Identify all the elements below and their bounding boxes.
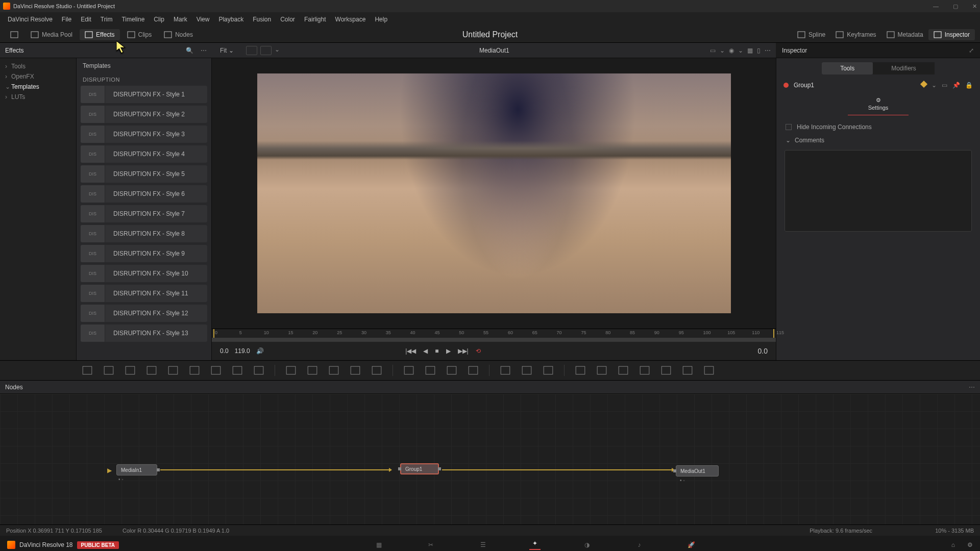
viewer-snapshot-icon[interactable]: ◉ [729, 47, 734, 54]
effect-item[interactable]: DISDISRUPTION FX - Style 5 [81, 165, 207, 183]
comments-textarea[interactable] [785, 150, 972, 232]
tree-tools[interactable]: Tools [2, 61, 74, 71]
hide-incoming-checkbox[interactable] [786, 124, 792, 130]
templates-tab[interactable]: Templates [77, 58, 211, 73]
effect-item[interactable]: DISDISRUPTION FX - Style 3 [81, 126, 207, 143]
nodes-button[interactable]: Nodes [159, 29, 198, 40]
menu-mark[interactable]: Mark [169, 16, 192, 23]
hide-incoming-row[interactable]: Hide Incoming Connections [776, 120, 980, 134]
mediain-view-icon[interactable]: • ◦ [118, 477, 124, 482]
viewer-grid-icon[interactable]: ▦ [747, 47, 753, 54]
search-icon[interactable]: 🔍 [186, 47, 193, 54]
home-button[interactable]: ⌂ [951, 541, 955, 548]
effects-menu-icon[interactable]: ⋯ [201, 47, 207, 54]
viewer-options-icon[interactable]: ⋯ [765, 47, 771, 54]
fusion-page-button[interactable]: ✦ [529, 540, 541, 550]
renderer3d-icon[interactable] [703, 365, 715, 375]
keyframe-icon[interactable] [920, 81, 927, 88]
scrub-bar[interactable] [212, 338, 776, 342]
light3d-icon[interactable] [682, 365, 693, 375]
mediain-node[interactable]: MediaIn1 [116, 464, 157, 475]
clips-button[interactable]: Clips [122, 29, 157, 40]
effect-item[interactable]: DISDISRUPTION FX - Style 6 [81, 185, 207, 203]
effect-item[interactable]: DISDISRUPTION FX - Style 13 [81, 324, 207, 342]
rectangle-icon[interactable] [403, 365, 414, 375]
versions-icon[interactable]: ▭ [942, 82, 947, 89]
view-mode-1[interactable] [246, 46, 257, 55]
inspector-button[interactable]: Inspector [928, 29, 975, 40]
modifiers-tab[interactable]: Modifiers [873, 62, 935, 74]
pin-icon[interactable]: 📌 [952, 82, 960, 89]
text-icon[interactable] [125, 365, 136, 375]
group-node[interactable]: Group1 [400, 463, 439, 474]
mask-icon[interactable] [167, 365, 179, 375]
menu-color[interactable]: Color [276, 16, 300, 23]
node-dropdown-icon[interactable]: ⌄ [932, 82, 937, 89]
project-settings-button[interactable]: ⚙ [967, 541, 973, 548]
keyframes-button[interactable]: Keyframes [830, 29, 881, 40]
tree-templates[interactable]: Templates [2, 82, 74, 92]
nodes-canvas[interactable]: ▶ MediaIn1 • ◦ Group1 MediaOut1 • ◦ [0, 394, 980, 524]
effect-item[interactable]: DISDISRUPTION FX - Style 7 [81, 205, 207, 222]
mediaout-view-icon[interactable]: • ◦ [680, 478, 685, 483]
dissolve-icon[interactable] [103, 365, 114, 375]
viewer-channel-dropdown[interactable]: ⌄ [738, 47, 743, 54]
image3d-icon[interactable] [596, 365, 607, 375]
menu-view[interactable]: View [192, 16, 214, 23]
effects-button[interactable]: Effects [80, 29, 119, 40]
tracker-icon[interactable] [189, 365, 200, 375]
crop-icon[interactable] [350, 365, 361, 375]
effect-item[interactable]: DISDISRUPTION FX - Style 4 [81, 145, 207, 163]
blur-icon[interactable] [210, 365, 222, 375]
metadata-button[interactable]: Metadata [881, 29, 928, 40]
menu-fusion[interactable]: Fusion [248, 16, 276, 23]
bspline-icon[interactable] [468, 365, 479, 375]
transform-icon[interactable] [307, 365, 318, 375]
selected-node-row[interactable]: Group1 ⌄ ▭ 📌 🔒 [776, 79, 980, 92]
close-button[interactable]: ✕ [972, 3, 977, 10]
menu-davinci-resolve[interactable]: DaVinci Resolve [3, 16, 57, 23]
polygon-icon[interactable] [446, 365, 457, 375]
audio-icon[interactable]: 🔊 [256, 347, 264, 355]
ellipse-icon[interactable] [425, 365, 436, 375]
time-ruler[interactable]: 0510152025303540455055606570758085909510… [212, 329, 776, 338]
lock-icon[interactable]: 🔒 [965, 82, 973, 89]
text3d-icon[interactable] [618, 365, 629, 375]
effect-item[interactable]: DISDISRUPTION FX - Style 8 [81, 225, 207, 242]
effect-item[interactable]: DISDISRUPTION FX - Style 2 [81, 106, 207, 123]
stop-button[interactable]: ■ [435, 347, 438, 355]
effect-item[interactable]: DISDISRUPTION FX - Style 1 [81, 86, 207, 103]
shape3d-icon[interactable] [575, 365, 586, 375]
resize-icon[interactable] [328, 365, 339, 375]
first-frame-button[interactable]: |◀◀ [405, 347, 416, 355]
viewport[interactable] [212, 58, 776, 329]
menu-fairlight[interactable]: Fairlight [300, 16, 331, 23]
tools-tab[interactable]: Tools [822, 62, 873, 74]
particle-merge-icon[interactable] [543, 365, 554, 375]
menu-timeline[interactable]: Timeline [117, 16, 149, 23]
menu-trim[interactable]: Trim [96, 16, 117, 23]
letterbox-icon[interactable] [371, 365, 382, 375]
settings-tab[interactable]: ⚙ Settings [848, 94, 909, 115]
particle-render-icon[interactable] [521, 365, 532, 375]
viewer-split-icon[interactable]: ▯ [757, 47, 761, 54]
effect-item[interactable]: DISDISRUPTION FX - Style 11 [81, 285, 207, 302]
comments-section[interactable]: Comments [776, 134, 980, 147]
nodes-options-icon[interactable]: ⋯ [969, 384, 975, 391]
effect-item[interactable]: DISDISRUPTION FX - Style 9 [81, 245, 207, 262]
filter-icon[interactable] [253, 365, 264, 375]
deliver-page-button[interactable]: 🚀 [685, 540, 697, 550]
media-page-button[interactable]: ▦ [373, 540, 384, 550]
fit-dropdown[interactable]: Fit ⌄ [212, 47, 242, 54]
spline-button[interactable]: Spline [792, 29, 830, 40]
tree-luts[interactable]: LUTs [2, 92, 74, 102]
effect-item[interactable]: DISDISRUPTION FX - Style 10 [81, 265, 207, 282]
current-time[interactable]: 0.0 [758, 347, 768, 355]
edit-page-button[interactable]: ☰ [477, 540, 488, 550]
merge3d-icon[interactable] [639, 365, 650, 375]
menu-clip[interactable]: Clip [149, 16, 169, 23]
mediaout-node[interactable]: MediaOut1 [676, 465, 719, 477]
viewer-roi-icon[interactable]: ▭ [710, 47, 716, 54]
media-pool-button[interactable]: Media Pool [26, 29, 78, 40]
color-page-button[interactable]: ◑ [581, 540, 593, 550]
